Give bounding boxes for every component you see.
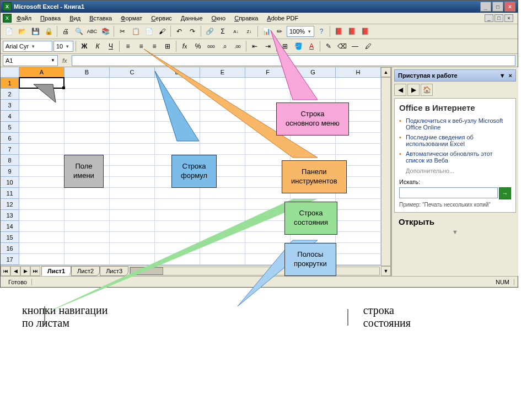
- tab-nav-next[interactable]: ▶: [20, 266, 30, 276]
- horizontal-scrollbar[interactable]: [130, 267, 380, 275]
- mdi-restore-button[interactable]: □: [495, 14, 503, 22]
- save-icon[interactable]: 💾: [29, 25, 41, 37]
- cell[interactable]: [200, 210, 245, 221]
- font-name-combo[interactable]: Arial Cyr▼: [3, 41, 52, 52]
- paste-icon[interactable]: 📄: [143, 25, 155, 37]
- cell[interactable]: [155, 166, 200, 177]
- name-box[interactable]: A1▼: [3, 55, 58, 66]
- cell[interactable]: [336, 221, 381, 232]
- cell[interactable]: [336, 78, 381, 89]
- align-left-icon[interactable]: ≡: [122, 40, 134, 52]
- cell[interactable]: [110, 221, 155, 232]
- cell[interactable]: [19, 144, 65, 155]
- chart-icon[interactable]: 📊: [260, 25, 272, 37]
- cut-icon[interactable]: ✂: [116, 25, 128, 37]
- italic-icon[interactable]: К: [92, 40, 104, 52]
- autosum-icon[interactable]: Σ: [217, 25, 229, 37]
- row-header-10[interactable]: 10: [1, 177, 19, 188]
- cell[interactable]: [155, 199, 200, 210]
- cell[interactable]: [200, 144, 245, 155]
- select-all-corner[interactable]: [1, 67, 19, 77]
- cell[interactable]: [336, 188, 381, 199]
- task-pane-close-icon[interactable]: ×: [509, 72, 512, 79]
- cell[interactable]: [291, 111, 336, 122]
- menu-item-справка[interactable]: Справка: [230, 14, 262, 23]
- cell[interactable]: [65, 177, 110, 188]
- copy-icon[interactable]: 📋: [130, 25, 142, 37]
- cell[interactable]: [65, 254, 110, 265]
- comma-icon[interactable]: 000: [205, 40, 217, 52]
- menu-item-вид[interactable]: Вид: [66, 14, 84, 23]
- cell[interactable]: [110, 232, 155, 243]
- undo-icon[interactable]: ↶: [173, 25, 185, 37]
- cell[interactable]: [200, 177, 245, 188]
- cell[interactable]: [245, 254, 291, 265]
- row-header-2[interactable]: 2: [1, 89, 19, 100]
- cell[interactable]: [155, 188, 200, 199]
- bold-icon[interactable]: Ж: [78, 40, 90, 52]
- mdi-minimize-button[interactable]: _: [485, 14, 493, 22]
- close-button[interactable]: ×: [504, 2, 515, 12]
- cell[interactable]: [65, 122, 110, 133]
- cell[interactable]: [155, 232, 200, 243]
- row-header-1[interactable]: 1: [1, 78, 19, 89]
- font-size-combo[interactable]: 10▼: [53, 41, 73, 52]
- cell[interactable]: [200, 111, 245, 122]
- cell[interactable]: [110, 78, 155, 89]
- cell[interactable]: [19, 199, 65, 210]
- menu-item-сервис[interactable]: Сервис: [147, 14, 176, 23]
- zoom-combo[interactable]: 100%▼: [287, 26, 314, 37]
- erase-border-icon[interactable]: ⌫: [336, 40, 348, 52]
- cell[interactable]: [65, 199, 110, 210]
- cell[interactable]: [110, 188, 155, 199]
- cell[interactable]: [155, 144, 200, 155]
- open-icon[interactable]: 📂: [16, 25, 28, 37]
- tp-home-button[interactable]: 🏠: [421, 84, 433, 96]
- tp-link[interactable]: Подключиться к веб-узлу Microsoft Office…: [399, 116, 511, 132]
- formula-input[interactable]: [72, 55, 515, 66]
- sheet-tab-3[interactable]: Лист3: [100, 266, 128, 276]
- cell[interactable]: [200, 122, 245, 133]
- col-header-F[interactable]: F: [245, 67, 291, 77]
- cell[interactable]: [65, 232, 110, 243]
- cell[interactable]: [245, 232, 291, 243]
- row-header-9[interactable]: 9: [1, 166, 19, 177]
- cell[interactable]: [336, 155, 381, 166]
- cell[interactable]: [110, 133, 155, 144]
- cell[interactable]: [245, 177, 291, 188]
- line-color-icon[interactable]: 🖊: [362, 40, 374, 52]
- row-header-4[interactable]: 4: [1, 111, 19, 122]
- function-icon[interactable]: fx: [179, 40, 191, 52]
- row-header-17[interactable]: 17: [1, 254, 19, 265]
- cell[interactable]: [65, 133, 110, 144]
- cell[interactable]: [19, 232, 65, 243]
- menu-item-формат[interactable]: Формат: [117, 14, 146, 23]
- cell[interactable]: [336, 100, 381, 111]
- cell[interactable]: [19, 188, 65, 199]
- research-icon[interactable]: 📚: [99, 25, 111, 37]
- menu-item-вставка[interactable]: Вставка: [85, 14, 116, 23]
- cell[interactable]: [19, 133, 65, 144]
- menu-item-данные[interactable]: Данные: [177, 14, 207, 23]
- sort-desc-icon[interactable]: Z↓: [243, 25, 255, 37]
- cell[interactable]: [291, 133, 336, 144]
- cell[interactable]: [336, 144, 381, 155]
- cell[interactable]: [336, 210, 381, 221]
- vertical-scrollbar[interactable]: [381, 77, 391, 266]
- col-header-E[interactable]: E: [200, 67, 245, 77]
- col-header-G[interactable]: G: [291, 67, 336, 77]
- cell[interactable]: [19, 221, 65, 232]
- mdi-close-button[interactable]: ×: [504, 14, 513, 22]
- line-style-icon[interactable]: —: [349, 40, 361, 52]
- draw-border-icon[interactable]: ✎: [323, 40, 335, 52]
- tp-expand-icon[interactable]: ▼: [394, 229, 516, 235]
- cell[interactable]: [200, 133, 245, 144]
- cell[interactable]: [291, 188, 336, 199]
- cell[interactable]: [200, 188, 245, 199]
- cell[interactable]: [245, 144, 291, 155]
- cell[interactable]: [110, 166, 155, 177]
- cell[interactable]: [65, 243, 110, 254]
- row-header-11[interactable]: 11: [1, 188, 19, 199]
- cell[interactable]: [336, 111, 381, 122]
- cell[interactable]: [336, 243, 381, 254]
